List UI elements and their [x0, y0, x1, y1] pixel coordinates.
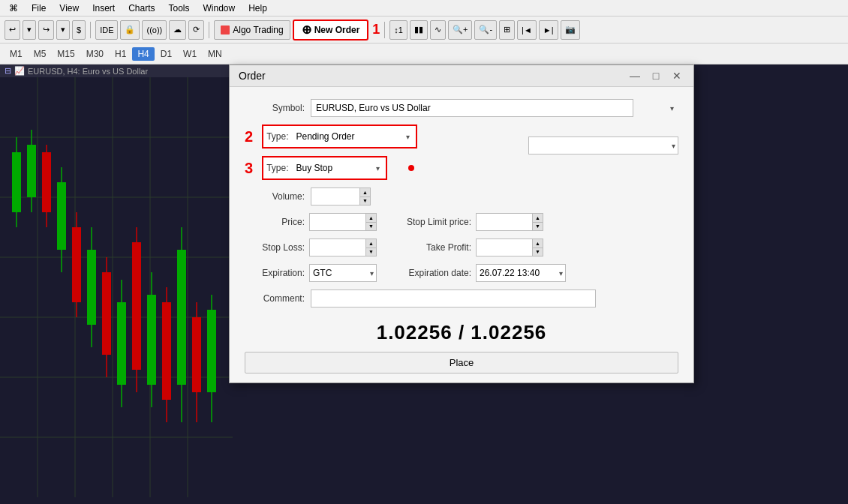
type-1-right-select[interactable] — [528, 136, 678, 154]
order-dialog: Order — □ ✕ Symbol: EURUSD, Euro vs US D… — [229, 64, 694, 383]
menu-charts[interactable]: Charts — [122, 2, 161, 15]
take-profit-spin-up[interactable]: ▲ — [532, 239, 543, 248]
type-2-label: Type: — [266, 163, 288, 173]
restore-button[interactable]: □ — [648, 70, 663, 82]
svg-rect-38 — [207, 310, 216, 392]
screenshot-button[interactable]: 📷 — [561, 20, 580, 40]
minimize-button[interactable]: — — [627, 70, 642, 82]
tf-m1[interactable]: M1 — [5, 47, 28, 61]
stop-limit-spin-up[interactable]: ▲ — [532, 214, 543, 223]
expiration-row: Expiration: GTC Today Specified Expirati… — [245, 264, 678, 282]
symbol-select[interactable]: EURUSD, Euro vs US Dollar — [311, 99, 633, 117]
tf-m15[interactable]: M15 — [52, 47, 80, 61]
charts-left-button[interactable]: |◄ — [517, 20, 537, 40]
charts-right-button[interactable]: ►| — [539, 20, 558, 40]
lock-button[interactable]: 🔒 — [120, 20, 140, 40]
levels-button[interactable]: ↕1 — [389, 20, 407, 40]
volume-spin-down[interactable]: ▼ — [359, 197, 370, 206]
type-2-select[interactable]: Buy Stop Sell Stop Buy Limit Sell Limit — [293, 159, 383, 177]
price-spin-buttons: ▲ ▼ — [365, 214, 376, 230]
new-order-button[interactable]: ⊕ New Order — [293, 20, 369, 40]
volume-row: Volume: 0.03 ▲ ▼ — [245, 188, 678, 206]
svg-rect-36 — [192, 317, 201, 392]
tf-w1[interactable]: W1 — [178, 47, 202, 61]
type-2-select-wrapper: Buy Stop Sell Stop Buy Limit Sell Limit — [293, 159, 383, 177]
redo-button[interactable]: ↪ — [38, 20, 54, 40]
ide-button[interactable]: IDE — [95, 20, 118, 40]
price-group: Price: 0.00000 ▲ ▼ — [245, 213, 377, 231]
menu-file[interactable]: File — [26, 2, 52, 15]
refresh-button[interactable]: ⟳ — [188, 20, 204, 40]
algo-icon — [221, 26, 230, 34]
zoom-out-button[interactable]: 🔍- — [474, 20, 497, 40]
radio-button[interactable]: ((o)) — [142, 20, 167, 40]
chart-title-bar: ⊟ 📈 EURUSD, H4: Euro vs US Dollar — [0, 64, 233, 77]
tf-mn[interactable]: MN — [203, 47, 227, 61]
undo-button[interactable]: ↩ — [5, 20, 20, 40]
menu-window[interactable]: Window — [197, 2, 242, 15]
undo-dropdown[interactable]: ▾ — [23, 20, 36, 40]
wave-button[interactable]: ∿ — [430, 20, 446, 40]
cloud-button[interactable]: ☁ — [169, 20, 186, 40]
comment-input[interactable] — [311, 290, 596, 308]
algo-trading-button[interactable]: Algo Trading — [214, 20, 290, 40]
take-profit-spinner: 0.00000 ▲ ▼ — [476, 238, 543, 256]
volume-spin-up[interactable]: ▲ — [359, 188, 370, 197]
dialog-controls: — □ ✕ — [627, 70, 684, 82]
dollar-button[interactable]: $ — [72, 20, 86, 40]
svg-rect-30 — [147, 295, 156, 385]
svg-rect-20 — [72, 227, 81, 302]
stop-limit-spin-buttons: ▲ ▼ — [532, 214, 543, 230]
bars-button[interactable]: ▮▮ — [410, 20, 428, 40]
type-1-select[interactable]: Pending Order Market Execution — [293, 128, 413, 146]
menu-insert[interactable]: Insert — [86, 2, 121, 15]
symbol-row: Symbol: EURUSD, Euro vs US Dollar — [245, 99, 678, 117]
stop-limit-spinner: 0.00000 ▲ ▼ — [476, 213, 543, 231]
tf-h4[interactable]: H4 — [132, 47, 154, 61]
tf-d1[interactable]: D1 — [155, 47, 177, 61]
sep2 — [209, 22, 209, 38]
take-profit-spin-buttons: ▲ ▼ — [532, 239, 543, 256]
zoom-in-button[interactable]: 🔍+ — [448, 20, 472, 40]
sep1 — [90, 22, 91, 38]
stop-loss-spin-buttons: ▲ ▼ — [365, 239, 376, 256]
candle-chart — [0, 77, 233, 502]
redo-dropdown[interactable]: ▾ — [56, 20, 70, 40]
type-1-label: Type: — [266, 131, 288, 142]
expiration-date-select[interactable]: 26.07.22 13:40 — [476, 264, 566, 282]
stop-limit-spin-down[interactable]: ▼ — [532, 223, 543, 231]
price-spinner: 0.00000 ▲ ▼ — [309, 213, 377, 231]
tf-m30[interactable]: M30 — [81, 47, 109, 61]
menu-view[interactable]: View — [53, 2, 85, 15]
svg-rect-16 — [42, 152, 51, 212]
take-profit-group: Take Profit: 0.00000 ▲ ▼ — [389, 238, 543, 256]
stop-loss-spin-up[interactable]: ▲ — [365, 239, 376, 248]
price-stoplimit-row: Price: 0.00000 ▲ ▼ Stop Limit price: 0.0… — [245, 213, 678, 231]
menu-help[interactable]: Help — [242, 2, 273, 15]
menu-tools[interactable]: Tools — [163, 2, 196, 15]
symbol-select-wrapper: EURUSD, Euro vs US Dollar — [311, 99, 678, 117]
comment-row: Comment: — [245, 290, 678, 308]
type-row-2: 3 Type: Buy Stop Sell Stop Buy Limit Sel… — [245, 156, 678, 180]
sep3 — [384, 22, 385, 38]
candlestick-svg — [0, 77, 233, 497]
tf-h1[interactable]: H1 — [110, 47, 131, 61]
type-1-select-wrapper: Pending Order Market Execution — [293, 128, 413, 146]
expiration-select-wrapper: GTC Today Specified — [309, 264, 377, 282]
svg-rect-26 — [117, 302, 126, 385]
grid-button[interactable]: ⊞ — [499, 20, 515, 40]
price-spin-up[interactable]: ▲ — [365, 214, 376, 223]
expiration-select[interactable]: GTC Today Specified — [309, 264, 377, 282]
bid-ask-display: 1.02256 / 1.02256 — [245, 315, 678, 352]
stop-limit-label: Stop Limit price: — [389, 217, 471, 227]
red-dot — [408, 165, 414, 171]
stop-loss-spin-down[interactable]: ▼ — [365, 248, 376, 256]
tf-m5[interactable]: M5 — [29, 47, 52, 61]
svg-rect-22 — [87, 250, 96, 325]
take-profit-spin-down[interactable]: ▼ — [532, 248, 543, 256]
close-button[interactable]: ✕ — [669, 70, 684, 82]
place-button[interactable]: Place — [245, 352, 678, 374]
dialog-titlebar: Order — □ ✕ — [230, 65, 693, 87]
price-spin-down[interactable]: ▼ — [365, 223, 376, 231]
expiration-group: Expiration: GTC Today Specified — [245, 264, 377, 282]
